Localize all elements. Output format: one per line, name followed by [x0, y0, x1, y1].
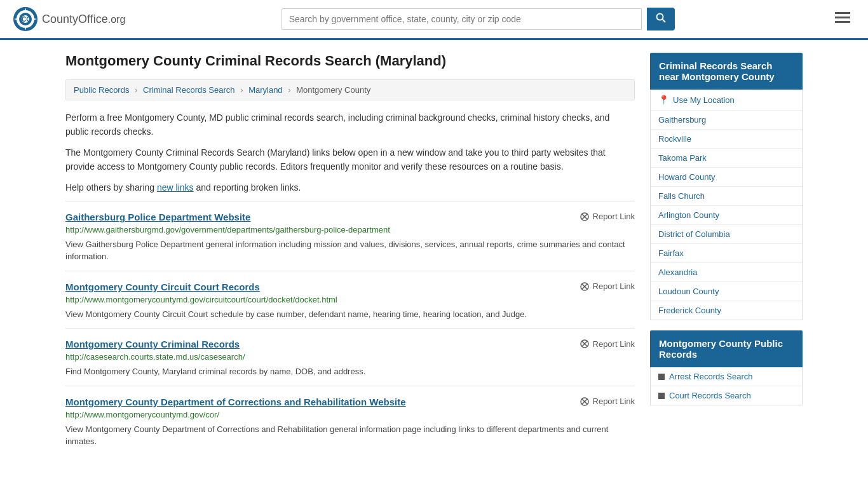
nearby-location-item: Falls Church	[651, 187, 802, 206]
hamburger-icon	[835, 12, 850, 24]
sidebar-nearby-title: Criminal Records Search near Montgomery …	[650, 53, 803, 90]
nearby-location-item: Arlington County	[651, 206, 802, 225]
content-area: Montgomery County Criminal Records Searc…	[65, 53, 635, 456]
nearby-location-link-8[interactable]: Alexandria	[658, 268, 697, 277]
result-title-2[interactable]: Montgomery County Criminal Records	[65, 339, 240, 349]
report-icon-0	[580, 212, 590, 222]
nearby-location-link-1[interactable]: Rockville	[658, 134, 691, 144]
use-location-item: 📍 Use My Location	[651, 90, 802, 111]
svg-text:CO: CO	[22, 16, 31, 23]
results-container: Gaithersburg Police Department Website R…	[65, 201, 635, 456]
breadcrumb-sep-1: ›	[135, 85, 137, 95]
nearby-location-item: Takoma Park	[651, 149, 802, 168]
description-para3-prefix: Help others by sharing	[65, 182, 157, 193]
result-desc-3: View Montgomery County Department of Cor…	[65, 423, 635, 448]
svg-point-5	[656, 14, 663, 20]
search-input[interactable]	[281, 8, 642, 30]
search-icon	[656, 13, 666, 23]
result-desc-2: Find Montgomery County, Maryland crimina…	[65, 365, 635, 378]
search-button[interactable]	[647, 8, 675, 30]
description-para2: The Montgomery County Criminal Records S…	[65, 146, 635, 174]
nearby-location-item: Alexandria	[651, 263, 802, 282]
svg-rect-8	[835, 17, 850, 18]
result-item: Montgomery County Circuit Court Records …	[65, 271, 635, 329]
result-header: Montgomery County Circuit Court Records …	[65, 281, 635, 292]
logo-name: CountyOffice	[42, 13, 108, 25]
public-records-link-0[interactable]: Arrest Records Search	[669, 372, 753, 381]
header: CO CountyOffice.org	[0, 0, 868, 40]
description-para1: Perform a free Montgomery County, MD pub…	[65, 111, 635, 139]
nearby-location-link-9[interactable]: Loudoun County	[658, 287, 719, 296]
svg-rect-9	[835, 21, 850, 23]
report-link-0[interactable]: Report Link	[580, 212, 635, 222]
nearby-location-item: Fairfax	[651, 244, 802, 263]
result-item: Montgomery County Criminal Records Repor…	[65, 328, 635, 386]
nearby-location-item: Rockville	[651, 130, 802, 149]
sidebar-public-records-title-text: Montgomery County Public Records	[659, 338, 783, 360]
public-records-item: Arrest Records Search	[651, 367, 802, 386]
nearby-location-link-7[interactable]: Fairfax	[658, 248, 684, 258]
sidebar-public-records-title: Montgomery County Public Records	[650, 330, 803, 367]
result-title-1[interactable]: Montgomery County Circuit Court Records	[65, 281, 260, 292]
result-title-0[interactable]: Gaithersburg Police Department Website	[65, 212, 250, 222]
nearby-location-item: Gaithersburg	[651, 111, 802, 130]
nearby-location-link-6[interactable]: District of Columbia	[658, 229, 730, 239]
result-title-3[interactable]: Montgomery County Department of Correcti…	[65, 396, 406, 407]
description-para3: Help others by sharing new links and rep…	[65, 180, 635, 194]
result-header: Montgomery County Department of Correcti…	[65, 396, 635, 407]
nearby-locations-container: GaithersburgRockvilleTakoma ParkHoward C…	[651, 111, 802, 320]
breadcrumb-sep-2: ›	[240, 85, 243, 95]
svg-line-6	[662, 20, 665, 23]
description-para3-suffix: and reporting broken links.	[194, 182, 301, 193]
result-url-2[interactable]: http://casesearch.courts.state.md.us/cas…	[65, 352, 635, 362]
nearby-location-item: District of Columbia	[651, 225, 802, 244]
page-title: Montgomery County Criminal Records Searc…	[65, 53, 635, 69]
breadcrumb: Public Records › Criminal Records Search…	[65, 79, 635, 100]
breadcrumb-current: Montgomery County	[296, 85, 370, 95]
breadcrumb-sep-3: ›	[288, 85, 290, 95]
breadcrumb-public-records[interactable]: Public Records	[74, 85, 129, 95]
report-icon-3	[580, 396, 590, 407]
report-link-1[interactable]: Report Link	[580, 281, 635, 292]
nearby-location-link-3[interactable]: Howard County	[658, 172, 715, 182]
breadcrumb-maryland[interactable]: Maryland	[248, 85, 282, 95]
new-links-link[interactable]: new links	[157, 182, 194, 193]
nearby-location-link-2[interactable]: Takoma Park	[658, 153, 707, 163]
result-desc-1: View Montgomery County Circuit Court sch…	[65, 308, 635, 321]
report-link-3[interactable]: Report Link	[580, 396, 635, 407]
logo-text: CountyOffice.org	[42, 13, 125, 26]
use-location-link[interactable]: Use My Location	[673, 95, 735, 105]
result-item: Montgomery County Department of Correcti…	[65, 386, 635, 456]
sidebar-public-records-list: Arrest Records SearchCourt Records Searc…	[650, 367, 803, 405]
result-header: Montgomery County Criminal Records Repor…	[65, 339, 635, 349]
result-url-1[interactable]: http://www.montgomerycountymd.gov/circui…	[65, 295, 635, 304]
square-icon-1	[658, 393, 665, 399]
result-url-0[interactable]: http://www.gaithersburgmd.gov/government…	[65, 225, 635, 234]
sidebar-nearby-list: 📍 Use My Location GaithersburgRockvilleT…	[650, 90, 803, 320]
report-icon-1	[580, 281, 590, 292]
public-records-container: Arrest Records SearchCourt Records Searc…	[651, 367, 802, 405]
result-item: Gaithersburg Police Department Website R…	[65, 201, 635, 271]
search-area	[281, 8, 675, 30]
breadcrumb-criminal-records[interactable]: Criminal Records Search	[143, 85, 235, 95]
square-icon-0	[658, 374, 665, 380]
result-url-3[interactable]: http://www.montgomerycountymd.gov/cor/	[65, 410, 635, 419]
nearby-location-link-5[interactable]: Arlington County	[658, 210, 719, 220]
report-link-2[interactable]: Report Link	[580, 339, 635, 349]
menu-button[interactable]	[830, 8, 855, 30]
report-icon-2	[580, 339, 590, 349]
logo-suffix: .org	[108, 14, 126, 25]
result-header: Gaithersburg Police Department Website R…	[65, 212, 635, 222]
nearby-location-item: Howard County	[651, 168, 802, 187]
pin-icon: 📍	[658, 95, 669, 105]
sidebar: Criminal Records Search near Montgomery …	[650, 53, 803, 456]
nearby-location-link-0[interactable]: Gaithersburg	[658, 115, 706, 125]
nearby-location-link-10[interactable]: Frederick County	[658, 306, 721, 315]
nearby-location-item: Frederick County	[651, 301, 802, 320]
public-records-link-1[interactable]: Court Records Search	[669, 391, 751, 400]
logo-icon: CO	[13, 6, 38, 32]
svg-rect-7	[835, 12, 850, 14]
logo-area: CO CountyOffice.org	[13, 6, 125, 32]
result-desc-0: View Gaithersburg Police Department gene…	[65, 238, 635, 263]
nearby-location-link-4[interactable]: Falls Church	[658, 191, 705, 201]
